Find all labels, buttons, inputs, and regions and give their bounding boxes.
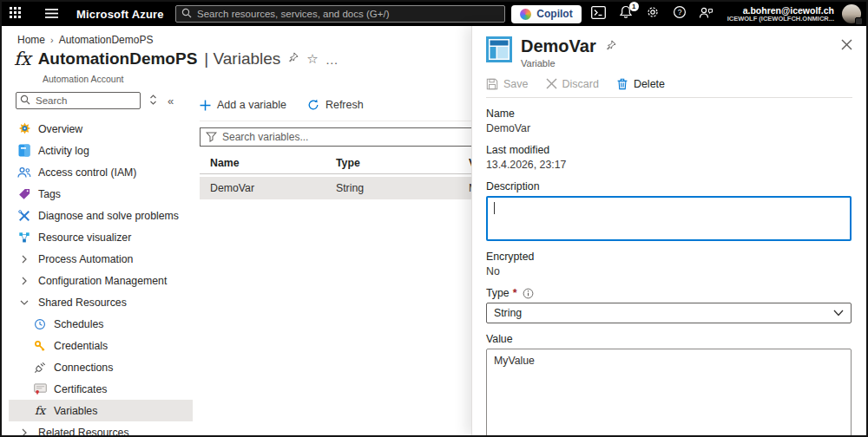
breadcrumb-current-link[interactable]: AutomationDemoPS bbox=[59, 34, 154, 46]
sidebar-group-related-resources[interactable]: Related Resources bbox=[9, 421, 193, 437]
value-input[interactable]: MyValue bbox=[486, 349, 852, 437]
discard-x-icon bbox=[546, 78, 557, 89]
chevron-down-icon bbox=[833, 310, 844, 316]
sidebar-item-label: Tags bbox=[38, 188, 61, 200]
overview-icon bbox=[17, 122, 31, 136]
cell-type: String bbox=[336, 182, 364, 194]
help-button[interactable]: ? bbox=[670, 4, 689, 23]
command-bar-divider bbox=[200, 121, 486, 121]
chevron-right-icon bbox=[17, 252, 31, 266]
sidebar-search[interactable] bbox=[16, 92, 141, 109]
encrypted-label: Encrypted bbox=[486, 251, 852, 263]
feedback-button[interactable] bbox=[697, 4, 716, 23]
sidebar-search-input[interactable] bbox=[16, 92, 141, 109]
star-icon: ☆ bbox=[306, 51, 318, 67]
description-input[interactable] bbox=[486, 196, 852, 241]
type-selected-value: String bbox=[494, 307, 522, 319]
sidebar-item-variables[interactable]: fx Variables bbox=[9, 400, 193, 421]
activity-log-icon bbox=[17, 144, 31, 158]
info-icon bbox=[523, 288, 534, 299]
save-floppy-icon bbox=[486, 78, 498, 90]
azure-portal-window: Microsoft Azure Copilot 1 bbox=[0, 0, 868, 437]
refresh-button[interactable]: Refresh bbox=[307, 99, 364, 111]
sidebar-item-connections[interactable]: Connections bbox=[9, 356, 193, 378]
save-button[interactable]: Save bbox=[486, 78, 529, 90]
sidebar-item-tags[interactable]: Tags bbox=[9, 183, 193, 205]
close-panel-button[interactable] bbox=[841, 38, 852, 54]
account-info[interactable]: a.bohren@icewolf.ch ICEWOLF (ICEWOLFCH.O… bbox=[727, 5, 834, 23]
global-search[interactable] bbox=[175, 5, 505, 23]
automation-account-fx-icon: fx bbox=[14, 49, 31, 69]
column-header-name[interactable]: Name bbox=[210, 157, 240, 169]
sidebar-item-label: Certificates bbox=[54, 383, 108, 395]
discard-label: Discard bbox=[562, 78, 599, 90]
panel-title: DemoVar bbox=[521, 36, 596, 56]
key-icon bbox=[33, 339, 47, 353]
sidebar-nav: Overview Activity log Access control (IA… bbox=[9, 118, 193, 437]
more-options-button[interactable]: … bbox=[326, 52, 339, 67]
notifications-button[interactable]: 1 bbox=[616, 4, 635, 23]
sidebar-item-activity-log[interactable]: Activity log bbox=[9, 140, 193, 161]
variables-search-input[interactable] bbox=[222, 131, 480, 143]
sidebar-group-label: Related Resources bbox=[38, 427, 129, 437]
description-label: Description bbox=[486, 180, 852, 192]
text-cursor bbox=[494, 202, 495, 214]
waffle-icon bbox=[10, 6, 21, 22]
name-label: Name bbox=[486, 108, 852, 120]
type-label: Type bbox=[486, 287, 510, 299]
sidebar-item-diagnose[interactable]: Diagnose and solve problems bbox=[9, 205, 193, 226]
delete-button[interactable]: Delete bbox=[616, 77, 665, 90]
variables-fx-icon: fx bbox=[33, 404, 47, 418]
topbar: Microsoft Azure Copilot 1 bbox=[2, 2, 866, 26]
add-variable-button[interactable]: Add a variable bbox=[200, 99, 286, 111]
terminal-icon bbox=[591, 6, 606, 23]
cloud-shell-button[interactable] bbox=[589, 4, 608, 23]
favorite-button[interactable]: ☆ bbox=[306, 51, 318, 67]
svg-text:?: ? bbox=[677, 8, 681, 16]
encrypted-value: No bbox=[486, 265, 852, 277]
hamburger-icon bbox=[45, 6, 58, 22]
column-header-type[interactable]: Type bbox=[336, 157, 360, 169]
breadcrumb-home-link[interactable]: Home bbox=[17, 34, 45, 46]
sidebar-item-credentials[interactable]: Credentials bbox=[9, 335, 193, 356]
copilot-button[interactable]: Copilot bbox=[511, 5, 581, 23]
waffle-menu-button[interactable] bbox=[2, 2, 29, 26]
save-label: Save bbox=[503, 78, 529, 90]
table-row-demovar[interactable]: DemoVar String MyValue bbox=[200, 177, 495, 199]
plug-icon bbox=[33, 361, 47, 375]
discard-button[interactable]: Discard bbox=[546, 78, 599, 90]
sidebar-item-access-control[interactable]: Access control (IAM) bbox=[9, 161, 193, 183]
global-search-input[interactable] bbox=[197, 9, 499, 19]
sidebar-group-label: Process Automation bbox=[38, 253, 133, 265]
sidebar-item-overview[interactable]: Overview bbox=[9, 118, 193, 140]
variables-search[interactable] bbox=[200, 127, 486, 147]
refresh-icon bbox=[307, 99, 319, 111]
settings-button[interactable] bbox=[643, 4, 662, 23]
hamburger-menu-button[interactable] bbox=[37, 2, 66, 26]
ellipsis-icon: … bbox=[326, 52, 339, 67]
sidebar-item-label: Resource visualizer bbox=[38, 232, 131, 244]
pin-dashboard-button[interactable] bbox=[287, 51, 299, 67]
last-modified-field: Last modified 13.4.2026, 23:17 bbox=[486, 144, 852, 171]
pin-icon bbox=[605, 39, 617, 51]
sidebar-group-label: Configuration Management bbox=[38, 275, 167, 287]
sidebar-item-resource-visualizer[interactable]: Resource visualizer bbox=[9, 226, 193, 248]
avatar[interactable] bbox=[842, 4, 861, 23]
page-header: fx AutomationDemoPS | Variables ☆ … bbox=[14, 49, 339, 69]
sidebar-group-shared-resources[interactable]: Shared Resources bbox=[9, 291, 193, 313]
type-dropdown[interactable]: String bbox=[486, 303, 852, 323]
required-asterisk: * bbox=[513, 287, 517, 299]
trash-icon bbox=[616, 77, 628, 90]
notification-badge: 1 bbox=[629, 2, 639, 11]
value-label: Value bbox=[486, 333, 852, 345]
sidebar-item-label: Connections bbox=[54, 362, 113, 374]
expand-collapse-groups-button[interactable] bbox=[149, 93, 157, 108]
collapse-menu-button[interactable]: « bbox=[168, 95, 174, 108]
add-variable-label: Add a variable bbox=[217, 99, 286, 111]
sidebar-group-process-automation[interactable]: Process Automation bbox=[9, 248, 193, 270]
brand-title[interactable]: Microsoft Azure bbox=[76, 8, 164, 21]
sidebar-item-schedules[interactable]: Schedules bbox=[9, 313, 193, 335]
pin-panel-button[interactable] bbox=[605, 39, 617, 55]
sidebar-item-certificates[interactable]: Certificates bbox=[9, 378, 193, 400]
sidebar-group-configuration-management[interactable]: Configuration Management bbox=[9, 270, 193, 291]
